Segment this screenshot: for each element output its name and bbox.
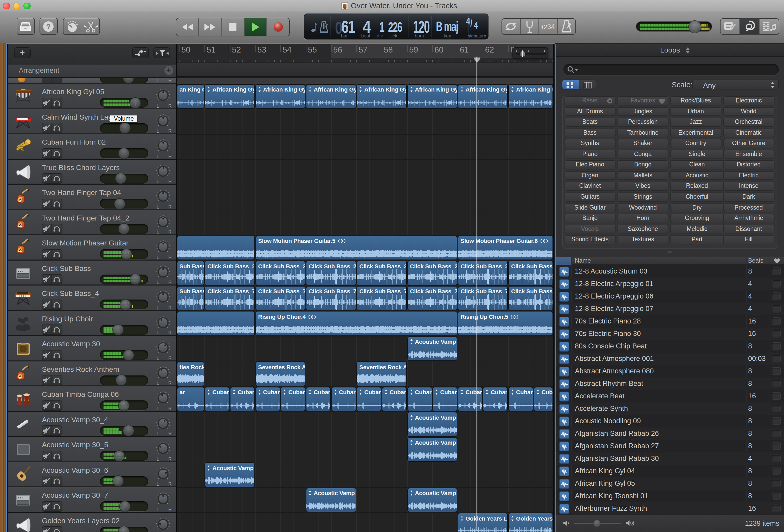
svg-text:?: ? <box>46 22 51 30</box>
